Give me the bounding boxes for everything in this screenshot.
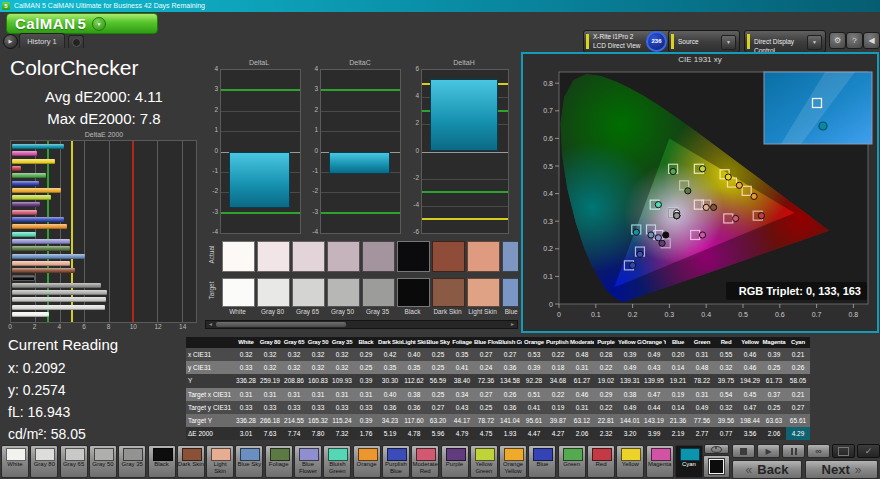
green-limit-line (422, 191, 508, 193)
patch-button-white[interactable]: White (1, 445, 29, 478)
patch-button-orange-yellow[interactable]: Orange Yellow (499, 445, 527, 478)
axis-tick-label: 0 (405, 147, 419, 155)
preview-button[interactable] (704, 444, 729, 454)
table-cell: 0.35 (402, 361, 426, 374)
grid-line (321, 192, 400, 193)
tab-history-1[interactable]: History 1 (19, 33, 65, 48)
table-cell: 0.34 (450, 388, 474, 401)
patch-label: Blue (529, 461, 555, 468)
table-cell: 0.33 (354, 401, 378, 414)
patch-button-magenta[interactable]: Magenta (646, 445, 674, 478)
patch-button-bluish-green[interactable]: Bluish Green (323, 445, 351, 478)
table-cell: 77.56 (690, 414, 714, 427)
patch-button-orange[interactable]: Orange (353, 445, 381, 478)
cie-measured-purplish-blue (637, 251, 643, 257)
de2000-bar-gray-50 (12, 290, 107, 295)
swatch-label: Gray 65 (290, 308, 325, 315)
patch-button-yellow-green[interactable]: Yellow Green (470, 445, 498, 478)
patch-button-dark-skin[interactable]: Dark Skin (177, 445, 205, 478)
patch-button-foliage[interactable]: Foliage (265, 445, 293, 478)
settings-button[interactable]: ⚙ (829, 32, 846, 49)
table-cell: 0.35 (450, 348, 474, 361)
table-cell: 0.25 (474, 401, 498, 414)
patch-label: Yellow (617, 461, 643, 468)
table-cell: 0.38 (618, 388, 642, 401)
target-swatch-blue-sky (502, 278, 518, 307)
patch-button-purplish-blue[interactable]: Purplish Blue (382, 445, 410, 478)
next-button[interactable]: Next » (805, 460, 878, 479)
app-icon: 5 (2, 2, 10, 10)
y-tick-label: 0.4 (543, 190, 553, 197)
swatch-label: Gray 35 (360, 308, 395, 315)
scroll-right-icon[interactable]: ► (508, 321, 517, 328)
back-button[interactable]: « Back (732, 460, 802, 479)
new-tab-icon (72, 38, 81, 47)
stop-button[interactable] (732, 444, 755, 458)
pause-button[interactable] (782, 444, 805, 458)
axis-tick-label: 1 (304, 126, 318, 134)
display-control-status-stripe (747, 34, 750, 49)
table-cell: 0.43 (642, 361, 666, 374)
table-cell: 0.42 (378, 348, 402, 361)
display-control-dropdown[interactable]: Direct Display Control ▼ (744, 30, 826, 53)
patch-button-light-skin[interactable]: Light Skin (206, 445, 234, 478)
table-cell: 0.25 (762, 361, 786, 374)
table-cell: 0.19 (546, 401, 570, 414)
patch-button-gray-35[interactable]: Gray 35 (118, 445, 146, 478)
patch-button-moderate-red[interactable]: Moderate Red (411, 445, 439, 478)
scroll-left-icon[interactable]: ◄ (206, 321, 215, 328)
patch-button-gray-80[interactable]: Gray 80 (30, 445, 58, 478)
deltae-x-axis: 02468101214 (10, 323, 195, 331)
accept-button[interactable]: ✓ (857, 444, 880, 458)
tab-scroll-button[interactable]: ▶ (3, 34, 18, 49)
help-button[interactable]: ? (846, 32, 863, 49)
inset-measured-circle (819, 122, 827, 130)
swatch-label: White (220, 308, 255, 315)
patch-button-yellow[interactable]: Yellow (616, 445, 644, 478)
patch-button-red[interactable]: Red (587, 445, 615, 478)
cie-zoom-inset (764, 72, 872, 144)
table-cell: 39.87 (546, 414, 570, 427)
window-title: CalMAN 5 CalMAN Ultimate for Business 42… (14, 2, 205, 9)
new-tab-button[interactable] (68, 35, 84, 48)
axis-tick-label: 2 (304, 106, 318, 114)
table-cell: 0.32 (714, 361, 738, 374)
patch-button-blue-sky[interactable]: Blue Sky (235, 445, 263, 478)
table-cell: 72.36 (474, 374, 498, 387)
patch-button-cyan[interactable]: Cyan (675, 445, 703, 478)
patch-window-button[interactable] (703, 455, 730, 478)
grid-line (182, 141, 183, 322)
column-header-yellow-green: Yellow Green (618, 337, 642, 348)
patch-label: Blue Flower (295, 461, 321, 474)
source-dropdown[interactable]: Source ▼ (668, 30, 740, 53)
swatch-scrollbar[interactable]: ◄ ► (205, 320, 518, 329)
x-tick-label: 0.3 (665, 311, 675, 318)
scrollbar-thumb[interactable] (216, 322, 346, 327)
logo-menu-chevron-down-icon[interactable]: ▼ (92, 17, 106, 31)
patch-label: Yellow Green (471, 461, 497, 474)
display-toggle-button[interactable] (832, 444, 855, 458)
patch-button-gray-50[interactable]: Gray 50 (89, 445, 117, 478)
cie-measured-green (670, 168, 676, 174)
swatch-label: Dark Skin (430, 308, 465, 315)
table-cell: 0.45 (738, 388, 762, 401)
collapse-button[interactable]: ◀ (863, 32, 880, 49)
patch-button-green[interactable]: Green (558, 445, 586, 478)
calman-logo[interactable]: CalMAN 5 ▼ (6, 13, 158, 34)
de2000-bar-blue-sky (12, 254, 85, 259)
continuous-read-button[interactable]: ∞ (807, 444, 830, 458)
table-cell: 0.25 (426, 361, 450, 374)
calman-window: 5 CalMAN 5 CalMAN Ultimate for Business … (0, 0, 880, 479)
patch-button-blue[interactable]: Blue (528, 445, 556, 478)
patch-button-gray-65[interactable]: Gray 65 (60, 445, 88, 478)
deltae-chart-title: DeltaE 2000 (0, 131, 208, 138)
patch-button-black[interactable]: Black (148, 445, 176, 478)
play-button[interactable]: ▶ (757, 444, 780, 458)
table-cell: 0.39 (354, 374, 378, 387)
column-header-purplish-blue: Purplish Blue (546, 337, 570, 348)
axis-tick-label: 6 (405, 65, 419, 73)
column-header-gray-35: Gray 35 (330, 337, 354, 348)
patch-button-blue-flower[interactable]: Blue Flower (294, 445, 322, 478)
patch-button-purple[interactable]: Purple (441, 445, 469, 478)
table-cell: 0.49 (618, 401, 642, 414)
